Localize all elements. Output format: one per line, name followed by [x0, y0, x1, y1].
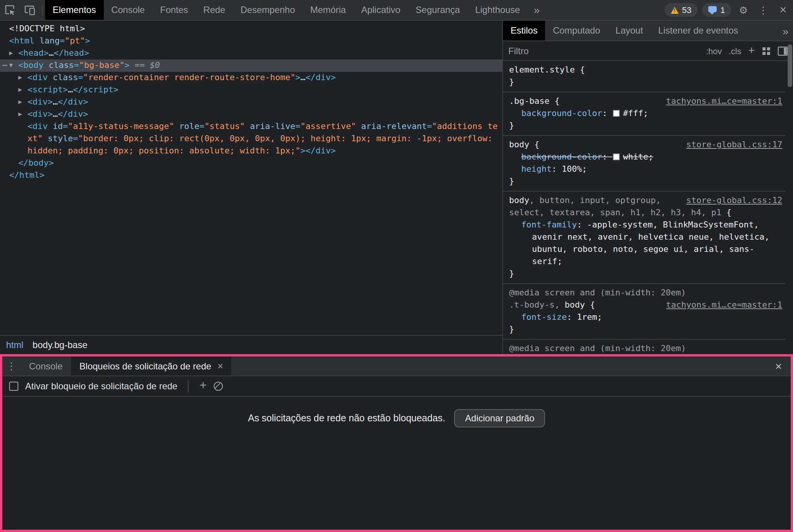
tab-memoria[interactable]: Memória: [303, 0, 353, 20]
add-pattern-icon[interactable]: +: [200, 379, 207, 392]
tab-rede[interactable]: Rede: [196, 0, 233, 20]
rule-selector-line: tachyons.mi…ce=master:1.bg-base {: [509, 95, 782, 108]
twisty-right-icon[interactable]: ▶: [18, 96, 27, 108]
top-panel-tabs: ElementosConsoleFontesRedeDesempenhoMemó…: [45, 0, 528, 20]
css-declaration[interactable]: height: 100%;: [509, 163, 782, 176]
more-actions-icon[interactable]: ⋯: [2, 60, 7, 72]
drawer-tabbar: ⋮ ConsoleBloqueios de solicitação de red…: [2, 356, 791, 376]
dom-tree-row[interactable]: <!DOCTYPE html>: [0, 23, 502, 35]
styles-filter-bar: :hov .cls +: [503, 41, 793, 61]
messages-badge[interactable]: 1: [702, 3, 731, 17]
css-declaration[interactable]: font-size: 1rem;: [509, 311, 782, 324]
enable-blocking-checkbox[interactable]: [9, 382, 18, 391]
style-rule: @media screen and (min-width: 20em)tachy…: [503, 340, 785, 354]
kebab-menu-icon[interactable]: ⋮: [753, 0, 773, 20]
styles-scrollbar[interactable]: [788, 43, 792, 354]
block-icon[interactable]: [214, 382, 223, 391]
breadcrumb-item-body-bg-base[interactable]: body.bg-base: [32, 340, 87, 350]
stylesheet-link[interactable]: tachyons.mi…ce=master:1: [666, 95, 782, 108]
twisty-right-icon[interactable]: ▶: [18, 72, 27, 84]
issues-badge[interactable]: 53: [664, 3, 698, 17]
main-toolbar: ElementosConsoleFontesRedeDesempenhoMemó…: [0, 0, 793, 21]
twisty-right-icon[interactable]: ▶: [9, 47, 18, 60]
tab-lighthouse[interactable]: Lighthouse: [467, 0, 527, 20]
devtools-window: ElementosConsoleFontesRedeDesempenhoMemó…: [0, 0, 793, 532]
dom-tree-row[interactable]: ▶<script>…</script>: [0, 84, 502, 96]
rule-close-brace: }: [509, 176, 782, 188]
drawer-tabs: ConsoleBloqueios de solicitação de rede×: [21, 356, 232, 376]
twisty-right-icon[interactable]: ▶: [18, 108, 27, 121]
dom-tree-row[interactable]: ▶<head>…</head>: [0, 47, 502, 60]
tab-desempenho[interactable]: Desempenho: [233, 0, 303, 20]
styles-filter-input[interactable]: [508, 45, 699, 56]
scrollbar-thumb[interactable]: [788, 44, 792, 87]
twisty-down-icon[interactable]: ▼: [9, 60, 18, 72]
styles-tab-computado[interactable]: Computado: [545, 21, 608, 40]
dom-tree-row[interactable]: ⋯▼<body class="bg-base"> == $0: [0, 60, 502, 72]
enable-blocking-label[interactable]: Ativar bloqueio de solicitação de rede: [25, 381, 177, 392]
rule-selector-line: tachyons.mi…ce=master:1.t-body-s, body {: [509, 299, 782, 311]
css-declaration[interactable]: background-color: white;: [509, 151, 782, 163]
settings-gear-icon[interactable]: ⚙: [733, 0, 753, 20]
toggle-hover-state[interactable]: :hov: [706, 46, 722, 55]
stylesheet-link[interactable]: store-global.css:17: [686, 139, 782, 151]
dom-tree-row[interactable]: ▶<div class="render-container render-rou…: [0, 72, 502, 84]
dom-tree-row[interactable]: </body>: [0, 157, 502, 169]
twisty-right-icon[interactable]: ▶: [18, 84, 27, 96]
device-toolbar-icon[interactable]: [20, 0, 40, 20]
dom-tree-row[interactable]: <html lang="pt">: [0, 35, 502, 47]
breadcrumb: htmlbody.bg-base: [0, 335, 502, 354]
rule-close-brace: }: [509, 324, 782, 336]
inspect-element-icon[interactable]: [0, 0, 20, 20]
tab-console[interactable]: Console: [103, 0, 152, 20]
styles-sidebar: EstilosComputadoLayoutListener de evento…: [503, 21, 793, 354]
breadcrumb-item-html[interactable]: html: [6, 340, 23, 350]
rule-selector-line: element.style {: [509, 64, 782, 76]
toolbar-spacer: [546, 0, 662, 20]
tab-fontes[interactable]: Fontes: [152, 0, 195, 20]
palette-icon[interactable]: [762, 46, 771, 55]
issues-count: 53: [682, 5, 691, 15]
more-styles-tabs-icon[interactable]: »: [782, 21, 788, 41]
new-style-rule-icon[interactable]: +: [748, 44, 755, 56]
styles-tab-estilos[interactable]: Estilos: [503, 21, 545, 40]
messages-count: 1: [720, 5, 725, 15]
style-rule: @media screen and (min-width: 20em)tachy…: [503, 284, 785, 340]
toggle-element-classes[interactable]: .cls: [729, 46, 741, 55]
dom-tree-row[interactable]: </html>: [0, 169, 502, 182]
css-declaration[interactable]: font-family: -apple-system, BlinkMacSyst…: [509, 219, 782, 268]
stylesheet-link[interactable]: tachyons.mi…ce=master:1: [666, 299, 782, 311]
close-tab-icon[interactable]: ×: [218, 360, 223, 372]
dom-tree-row[interactable]: ▶<div>…</div>: [0, 108, 502, 121]
rule-selector-line: store-global.css:12body, button, input, …: [509, 195, 782, 219]
styles-tab-layout[interactable]: Layout: [608, 21, 651, 40]
css-declaration[interactable]: background-color: #fff;: [509, 108, 782, 120]
close-drawer-icon[interactable]: ×: [766, 356, 791, 376]
close-devtools-icon[interactable]: ×: [773, 0, 793, 20]
message-bubble-icon: [708, 6, 717, 12]
style-rule: tachyons.mi…ce=master:1.bg-base {backgro…: [503, 92, 785, 136]
main-split: <!DOCTYPE html><html lang="pt">▶<head>…<…: [0, 21, 793, 354]
color-swatch-icon[interactable]: [613, 110, 620, 117]
stylesheet-link[interactable]: store-global.css:12: [686, 195, 782, 207]
tab-aplicativo[interactable]: Aplicativo: [353, 0, 408, 20]
drawer-tabbar-spacer: [232, 356, 766, 376]
dom-tree-row[interactable]: <div id="a11y-status-message" role="stat…: [0, 121, 502, 157]
network-blocking-content: As solicitações de rede não estão bloque…: [2, 397, 791, 530]
device-glyph: [24, 5, 35, 15]
tab-elementos[interactable]: Elementos: [45, 0, 103, 20]
sidebar-toggle-icon[interactable]: [778, 46, 788, 55]
elements-panel: <!DOCTYPE html><html lang="pt">▶<head>…<…: [0, 21, 503, 354]
more-panels-icon[interactable]: »: [528, 0, 546, 20]
dom-tree-row[interactable]: ▶<div>…</div>: [0, 96, 502, 108]
empty-state-message: As solicitações de rede não estão bloque…: [248, 413, 445, 424]
drawer-kebab-menu-icon[interactable]: ⋮: [2, 356, 21, 376]
drawer-tab-console[interactable]: Console: [21, 356, 71, 376]
add-pattern-button[interactable]: Adicionar padrão: [455, 409, 545, 427]
drawer-tab-bloqueios-de-solicitacao-de-rede[interactable]: Bloqueios de solicitação de rede×: [71, 356, 232, 376]
tab-seguranca[interactable]: Segurança: [408, 0, 467, 20]
color-swatch-icon[interactable]: [613, 153, 620, 160]
empty-state-row: As solicitações de rede não estão bloque…: [2, 409, 791, 427]
at-media-query: @media screen and (min-width: 20em): [509, 343, 782, 354]
styles-tab-listener-de-eventos[interactable]: Listener de eventos: [651, 21, 746, 40]
